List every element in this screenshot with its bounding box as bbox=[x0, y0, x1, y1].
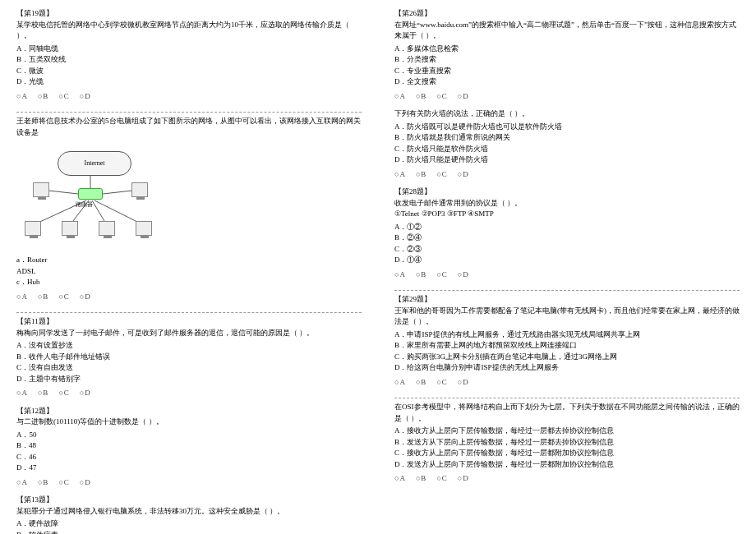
q20-opt-c: c．Hub bbox=[16, 277, 362, 288]
q13-options: A．硬件故障 B．软件病毒 C．自然灾害 D．黑客攻击 bbox=[16, 518, 362, 534]
q19-stem: 某学校电信托管的网络中心到学校微机教室网络节点的距离大约为10千米，应选取的网络… bbox=[16, 20, 362, 42]
q26-options: A．多媒体信息检索 B．分类搜索 C．专业垂直搜索 D．全文搜索 bbox=[394, 44, 740, 88]
q27-opt-b: B．防火墙就是我们通常所说的网关 bbox=[394, 132, 740, 144]
question-27: 下列有关防火墙的说法，正确的是（ ）。 A．防火墙既可以是硬件防火墙也可以是软件… bbox=[394, 108, 740, 180]
q19-opt-d: D．光缆 bbox=[16, 76, 362, 88]
q28-opt-b: B．②④ bbox=[394, 232, 740, 244]
q27-opt-d: D．防火墙只能是硬件防火墙 bbox=[394, 154, 740, 166]
q28-options: A．①② B．②④ C．②③ D．①④ bbox=[394, 222, 740, 266]
q13-stem: 某犯罪分子通过网络侵入银行电脑系统，非法转移30万元。这种安全威胁是（ ）。 bbox=[16, 506, 362, 518]
q27-opt-c: C．防火墙只能是软件防火墙 bbox=[394, 144, 740, 155]
q26-opt-a: A．多媒体信息检索 bbox=[394, 44, 740, 55]
q29-opt-a: A．申请ISP提供的有线上网服务，通过无线路由器实现无线局域网共享上网 bbox=[394, 329, 740, 341]
q26-opt-d: D．全文搜索 bbox=[394, 76, 740, 88]
q26-heading: 【第26题】 bbox=[394, 8, 740, 20]
q30-opt-a: A．接收方从上层向下层传输数据，每经过一层都去掉协议控制信息 bbox=[394, 426, 740, 437]
pc-icon bbox=[62, 221, 78, 236]
q29-opt-b: B．家里所有需要上网的地方都预留双绞线上网连接端口 bbox=[394, 340, 740, 352]
q29-radios[interactable]: ○A○B○C○D bbox=[394, 377, 740, 389]
pc-icon bbox=[99, 221, 115, 236]
router-icon bbox=[78, 188, 103, 200]
right-column: 【第26题】 在网址“www.baidu.com”的搜索框中输入“高二物理试题”… bbox=[394, 8, 740, 526]
q28-opt-c: C．②③ bbox=[394, 244, 740, 255]
q26-stem: 在网址“www.baidu.com”的搜索框中输入“高二物理试题”，然后单击“百… bbox=[394, 20, 740, 42]
question-29: 【第29题】 王军和他的哥哥因为工作需要都配备了笔记本电脑(带有无线网卡)，而且… bbox=[394, 294, 740, 388]
q11-opt-d: D．主题中有错别字 bbox=[16, 374, 362, 385]
question-11: 【第11题】 梅梅向同学发送了一封电子邮件，可是收到了邮件服务器的退信，退信可能… bbox=[16, 316, 362, 399]
question-13: 【第13题】 某犯罪分子通过网络侵入银行电脑系统，非法转移30万元。这种安全威胁… bbox=[16, 495, 362, 534]
divider bbox=[394, 290, 740, 291]
q26-opt-b: B．分类搜索 bbox=[394, 54, 740, 66]
q30-opt-d: D．发送方从上层向下层传输数据，每经过一层都附加协议控制信息 bbox=[394, 459, 740, 471]
q28-heading: 【第28题】 bbox=[394, 186, 740, 198]
q12-options: A．50 B．48 C．46 D．47 bbox=[16, 430, 362, 474]
q28-radios[interactable]: ○A○B○C○D bbox=[394, 269, 740, 281]
q19-opt-a: A．同轴电缆 bbox=[16, 44, 362, 55]
q29-options: A．申请ISP提供的有线上网服务，通过无线路由器实现无线局域网共享上网 B．家里… bbox=[394, 329, 740, 374]
q11-stem: 梅梅向同学发送了一封电子邮件，可是收到了邮件服务器的退信，退信可能的原因是（ ）… bbox=[16, 328, 362, 339]
q30-radios[interactable]: ○A○B○C○D bbox=[394, 473, 740, 485]
q20-opt-a: a．Router bbox=[16, 255, 362, 266]
question-19: 【第19题】 某学校电信托管的网络中心到学校微机教室网络节点的距离大约为10千米… bbox=[16, 8, 362, 102]
q26-opt-c: C．专业垂直搜索 bbox=[394, 66, 740, 77]
router-label: 路由器 bbox=[76, 200, 93, 209]
q28-protocols: ①Telnet ②POP3 ③FTP ④SMTP bbox=[394, 209, 740, 220]
q12-opt-a: A．50 bbox=[16, 430, 362, 441]
q29-opt-d: D．给这两台电脑分别申请ISP提供的无线上网服务 bbox=[394, 362, 740, 374]
q27-stem: 下列有关防火墙的说法，正确的是（ ）。 bbox=[394, 108, 740, 120]
q29-opt-c: C．购买两张3G上网卡分别插在两台笔记本电脑上，通过3G网络上网 bbox=[394, 352, 740, 363]
q27-radios[interactable]: ○A○B○C○D bbox=[394, 169, 740, 181]
q12-radios[interactable]: ○A○B○C○D bbox=[16, 477, 362, 489]
q20-options: a．Router ADSL c．Hub bbox=[16, 255, 362, 288]
pc-icon bbox=[131, 182, 148, 197]
q30-opt-c: C．接收方从上层向下层传输数据，每经过一层都附加协议控制信息 bbox=[394, 448, 740, 459]
q12-opt-c: C．46 bbox=[16, 452, 362, 463]
divider bbox=[394, 398, 740, 398]
network-diagram: Internet 路由器 bbox=[16, 143, 164, 250]
q11-radios[interactable]: ○A○B○C○D bbox=[16, 388, 362, 399]
q13-opt-a: A．硬件故障 bbox=[16, 518, 362, 530]
q12-heading: 【第12题】 bbox=[16, 406, 362, 417]
divider bbox=[16, 112, 362, 113]
q19-heading: 【第19题】 bbox=[16, 8, 362, 20]
question-28: 【第28题】 收发电子邮件通常用到的协议是（ ）。 ①Telnet ②POP3 … bbox=[394, 186, 740, 280]
q30-stem: 在OSI参考模型中，将网络结构自上而下划分为七层。下列关于数据在不同功能层之间传… bbox=[394, 402, 740, 424]
q28-opt-a: A．①② bbox=[394, 222, 740, 233]
q12-opt-d: D．47 bbox=[16, 463, 362, 474]
q30-opt-b: B．发送方从下层向上层传输数据，每经过一层都去掉协议控制信息 bbox=[394, 437, 740, 449]
q20-stem: 王老师将信息技术办公室的5台电脑组成了如下图所示的网络，从图中可以看出，该网络接… bbox=[16, 116, 362, 138]
q29-stem: 王军和他的哥哥因为工作需要都配备了笔记本电脑(带有无线网卡)，而且他们经常要在家… bbox=[394, 306, 740, 328]
q30-options: A．接收方从上层向下层传输数据，每经过一层都去掉协议控制信息 B．发送方从下层向… bbox=[394, 426, 740, 470]
q19-radios[interactable]: ○A○B○C○D bbox=[16, 91, 362, 103]
q20-radios[interactable]: ○A○B○C○D bbox=[16, 292, 362, 303]
left-column: 【第19题】 某学校电信托管的网络中心到学校微机教室网络节点的距离大约为10千米… bbox=[16, 8, 362, 526]
q12-opt-b: B．48 bbox=[16, 440, 362, 452]
q28-opt-d: D．①④ bbox=[394, 255, 740, 266]
q11-opt-a: A．没有设置抄送 bbox=[16, 340, 362, 352]
pc-icon bbox=[25, 221, 41, 236]
q13-opt-b: B．软件病毒 bbox=[16, 530, 362, 535]
question-20: 王老师将信息技术办公室的5台电脑组成了如下图所示的网络，从图中可以看出，该网络接… bbox=[16, 116, 362, 302]
q19-opt-c: C．微波 bbox=[16, 66, 362, 77]
q11-opt-c: C．没有自由发送 bbox=[16, 362, 362, 374]
question-30: 在OSI参考模型中，将网络结构自上而下划分为七层。下列关于数据在不同功能层之间传… bbox=[394, 402, 740, 485]
q11-opt-b: B．收件人电子邮件地址错误 bbox=[16, 352, 362, 363]
internet-cloud-icon: Internet bbox=[58, 151, 131, 176]
q26-radios[interactable]: ○A○B○C○D bbox=[394, 91, 740, 103]
divider bbox=[16, 312, 362, 313]
q27-opt-a: A．防火墙既可以是硬件防火墙也可以是软件防火墙 bbox=[394, 122, 740, 133]
q11-options: A．没有设置抄送 B．收件人电子邮件地址错误 C．没有自由发送 D．主题中有错别… bbox=[16, 340, 362, 384]
pc-icon bbox=[136, 221, 152, 236]
q12-stem: 与二进制数(101110)等值的十进制数是（ ）。 bbox=[16, 417, 362, 428]
q29-heading: 【第29题】 bbox=[394, 294, 740, 306]
q13-heading: 【第13题】 bbox=[16, 495, 362, 506]
q19-options: A．同轴电缆 B．五类双绞线 C．微波 D．光缆 bbox=[16, 44, 362, 88]
q28-stem: 收发电子邮件通常用到的协议是（ ）。 bbox=[394, 198, 740, 209]
q11-heading: 【第11题】 bbox=[16, 316, 362, 328]
q27-options: A．防火墙既可以是硬件防火墙也可以是软件防火墙 B．防火墙就是我们通常所说的网关… bbox=[394, 122, 740, 166]
question-26: 【第26题】 在网址“www.baidu.com”的搜索框中输入“高二物理试题”… bbox=[394, 8, 740, 102]
pc-icon bbox=[33, 182, 49, 197]
q19-opt-b: B．五类双绞线 bbox=[16, 54, 362, 66]
question-12: 【第12题】 与二进制数(101110)等值的十进制数是（ ）。 A．50 B．… bbox=[16, 406, 362, 489]
q20-opt-b: ADSL bbox=[16, 266, 362, 278]
